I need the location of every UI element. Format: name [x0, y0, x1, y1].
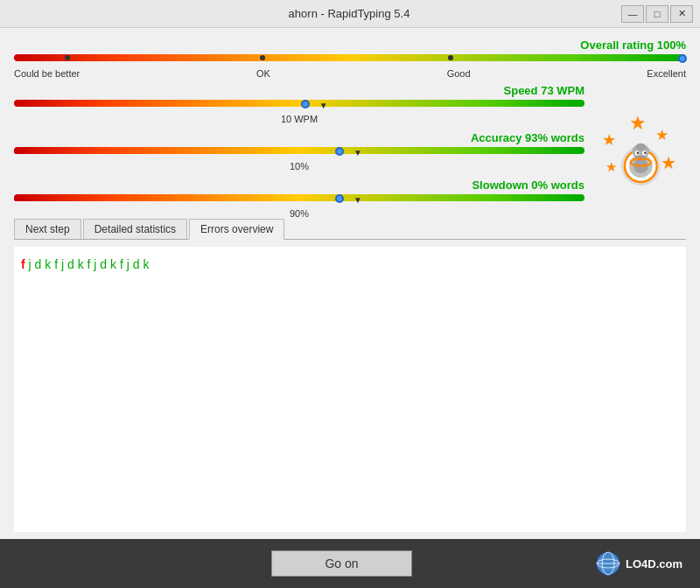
- error-char: f: [21, 257, 25, 271]
- ok-char: f: [88, 257, 91, 271]
- ok-char: f: [54, 257, 58, 271]
- go-on-button[interactable]: Go on: [271, 550, 411, 577]
- dot-3: [14, 197, 18, 201]
- accuracy-track: [14, 147, 584, 154]
- ok-char: f: [120, 257, 123, 271]
- overall-thumb[interactable]: [678, 54, 687, 63]
- lo4d-text: LO4D.com: [626, 557, 682, 570]
- speed-section: Speed 73 WPM ▼ 10 WPM: [14, 84, 584, 124]
- slowdown-label-row: Slowdown 0% words: [14, 178, 584, 192]
- speed-label-row: Speed 73 WPM: [14, 84, 584, 97]
- accuracy-sub: 10%: [14, 161, 584, 172]
- minimize-button[interactable]: —: [621, 5, 644, 23]
- slowdown-section: Slowdown 0% words ▼ 90%: [14, 178, 584, 219]
- accuracy-label-row: Accuracy 93% words: [14, 131, 584, 144]
- svg-point-15: [644, 151, 647, 154]
- window-controls[interactable]: — □ ✕: [621, 5, 693, 23]
- rating-labels: Could be better OK Good Excellent: [14, 68, 686, 79]
- globe-icon: [596, 551, 620, 576]
- marker-2: [260, 55, 265, 60]
- ok-char: j: [94, 257, 96, 271]
- close-button[interactable]: ✕: [670, 5, 693, 23]
- svg-point-11: [636, 144, 647, 150]
- ok-char: j: [127, 257, 130, 271]
- lo4d-logo: LO4D.com: [596, 551, 682, 576]
- accuracy-arrow: ▼: [354, 148, 362, 158]
- accuracy-bar[interactable]: ▼: [14, 147, 584, 159]
- errors-content: f j d k f j d k f j d k f j d k: [14, 247, 686, 532]
- title-bar: ahorn - RapidTyping 5.4 — □ ✕: [0, 0, 700, 28]
- maximize-button[interactable]: □: [646, 5, 668, 23]
- ok-char: k: [110, 257, 116, 271]
- speed-arrow: ▼: [319, 101, 328, 110]
- marker-1: [65, 55, 70, 60]
- ok-char: d: [100, 257, 107, 271]
- svg-point-14: [637, 151, 640, 154]
- stats-mascot-row: Speed 73 WPM ▼ 10 WPM Accuracy 93% words: [14, 84, 686, 219]
- ok-char: k: [45, 257, 51, 271]
- stats-area: Speed 73 WPM ▼ 10 WPM Accuracy 93% words: [14, 84, 584, 219]
- accuracy-thumb[interactable]: [335, 147, 344, 156]
- ok-char: d: [67, 257, 74, 271]
- main-content: Overall rating 100% Could be better OK G…: [0, 28, 700, 539]
- accuracy-start-dots: [14, 150, 24, 154]
- label-ok: OK: [256, 68, 270, 79]
- speed-bar[interactable]: ▼: [14, 100, 584, 112]
- dot-2: [20, 150, 24, 154]
- overall-rating-section: Overall rating 100% Could be better OK G…: [14, 38, 686, 79]
- label-excellent: Excellent: [647, 68, 686, 79]
- slowdown-label: Slowdown 0% words: [472, 178, 584, 192]
- ok-char: j: [29, 257, 32, 271]
- svg-text:★: ★: [661, 153, 676, 172]
- label-good: Good: [447, 68, 471, 79]
- overall-rating-bar[interactable]: [14, 54, 686, 66]
- ok-char: j: [61, 257, 64, 271]
- svg-text:★: ★: [602, 130, 616, 149]
- ok-char: d: [35, 257, 42, 271]
- slowdown-track: [14, 194, 584, 201]
- window-title: ahorn - RapidTyping 5.4: [77, 7, 621, 20]
- overall-rating-label: Overall rating 100%: [14, 38, 686, 52]
- label-poor: Could be better: [14, 68, 80, 79]
- slowdown-sub: 90%: [14, 208, 584, 219]
- mascot-image: ★ ★ ★ ★ ★: [598, 116, 686, 204]
- speed-thumb[interactable]: [301, 100, 310, 108]
- dot-1: [14, 150, 18, 154]
- ok-char: d: [133, 257, 140, 271]
- marker-3: [448, 55, 453, 60]
- ok-char: k: [143, 257, 149, 271]
- accuracy-label: Accuracy 93% words: [471, 131, 584, 144]
- tab-next-step[interactable]: Next step: [14, 219, 81, 239]
- slowdown-start-dots: [14, 197, 24, 201]
- dot-4: [20, 197, 24, 201]
- svg-text:★: ★: [655, 127, 668, 144]
- ok-char: k: [78, 257, 84, 271]
- bottom-bar: Go on LO4D.com: [0, 539, 700, 588]
- tab-errors-overview[interactable]: Errors overview: [189, 219, 284, 240]
- slowdown-thumb[interactable]: [335, 194, 344, 203]
- mascot-area: ★ ★ ★ ★ ★: [598, 102, 686, 219]
- slowdown-arrow: ▼: [354, 195, 362, 205]
- svg-text:★: ★: [606, 159, 617, 174]
- slowdown-bar[interactable]: ▼: [14, 194, 584, 206]
- tab-detailed-stats[interactable]: Detailed statistics: [83, 219, 187, 239]
- svg-text:★: ★: [629, 116, 647, 134]
- tabs-row[interactable]: Next step Detailed statistics Errors ove…: [14, 219, 686, 240]
- speed-track: [14, 100, 584, 107]
- speed-label: Speed 73 WPM: [504, 84, 584, 97]
- accuracy-section: Accuracy 93% words ▼ 10%: [14, 131, 584, 172]
- speed-sub: 10 WPM: [14, 114, 584, 124]
